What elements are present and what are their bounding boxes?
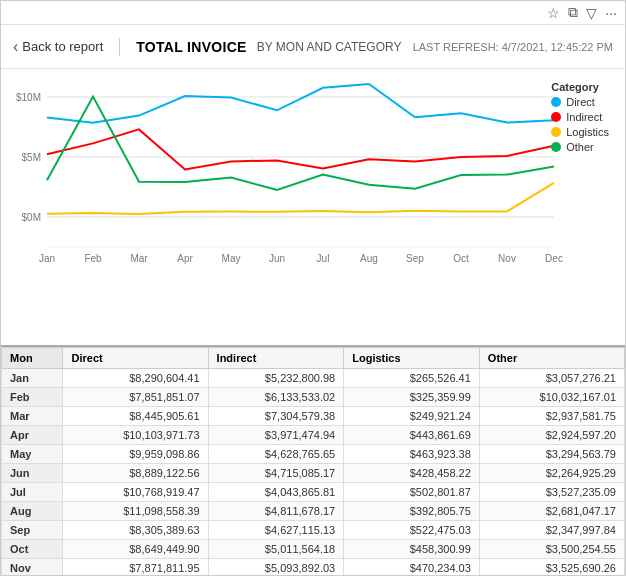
cell-3-4: $2,924,597.20	[479, 426, 624, 445]
svg-text:May: May	[222, 253, 241, 264]
page-title: TOTAL INVOICE	[136, 39, 246, 55]
other-line	[47, 97, 554, 190]
cell-10-3: $470,234.03	[344, 559, 480, 576]
chart-area: $10M $5M $0M Jan Feb Mar Apr May Jun Jul…	[1, 69, 625, 345]
back-button[interactable]: ‹ Back to report	[13, 38, 120, 56]
last-refresh: LAST REFRESH: 4/7/2021, 12:45:22 PM	[413, 41, 613, 53]
legend-other-label: Other	[566, 141, 594, 153]
cell-6-3: $502,801.87	[344, 483, 480, 502]
cell-2-1: $8,445,905.61	[63, 407, 208, 426]
svg-text:Oct: Oct	[453, 253, 469, 264]
legend-other: Other	[551, 141, 609, 153]
cell-7-0: Aug	[2, 502, 63, 521]
table-row: Jan$8,290,604.41$5,232,800.98$265,526.41…	[2, 369, 625, 388]
cell-2-3: $249,921.24	[344, 407, 480, 426]
data-table-area[interactable]: Mon Direct Indirect Logistics Other Jan$…	[1, 345, 625, 575]
cell-0-3: $265,526.41	[344, 369, 480, 388]
cell-7-3: $392,805.75	[344, 502, 480, 521]
col-logistics: Logistics	[344, 348, 480, 369]
cell-1-4: $10,032,167.01	[479, 388, 624, 407]
svg-text:Feb: Feb	[84, 253, 102, 264]
legend-indirect-label: Indirect	[566, 111, 602, 123]
legend-logistics-label: Logistics	[566, 126, 609, 138]
table-row: Jul$10,768,919.47$4,043,865.81$502,801.8…	[2, 483, 625, 502]
cell-5-1: $8,889,122.56	[63, 464, 208, 483]
svg-text:Mar: Mar	[130, 253, 148, 264]
cell-3-3: $443,861.69	[344, 426, 480, 445]
cell-0-0: Jan	[2, 369, 63, 388]
svg-text:Sep: Sep	[406, 253, 424, 264]
cell-2-4: $2,937,581.75	[479, 407, 624, 426]
col-direct: Direct	[63, 348, 208, 369]
cell-9-1: $8,649,449.90	[63, 540, 208, 559]
cell-8-1: $8,305,389.63	[63, 521, 208, 540]
cell-2-0: Mar	[2, 407, 63, 426]
cell-1-0: Feb	[2, 388, 63, 407]
main-container: ☆ ⧉ ▽ ··· ‹ Back to report TOTAL INVOICE…	[0, 0, 626, 576]
cell-3-2: $3,971,474.94	[208, 426, 344, 445]
logistics-line	[47, 183, 554, 214]
other-dot	[551, 142, 561, 152]
table-row: Oct$8,649,449.90$5,011,564.18$458,300.99…	[2, 540, 625, 559]
header: ‹ Back to report TOTAL INVOICE BY MON AN…	[1, 25, 625, 69]
cell-8-2: $4,627,115.13	[208, 521, 344, 540]
legend: Category Direct Indirect Logistics Other	[551, 81, 609, 153]
copy-icon[interactable]: ⧉	[568, 4, 578, 21]
cell-9-2: $5,011,564.18	[208, 540, 344, 559]
cell-5-2: $4,715,085.17	[208, 464, 344, 483]
indirect-line	[47, 129, 554, 169]
filter-icon[interactable]: ▽	[586, 5, 597, 21]
svg-text:Nov: Nov	[498, 253, 516, 264]
table-row: Apr$10,103,971.73$3,971,474.94$443,861.6…	[2, 426, 625, 445]
legend-indirect: Indirect	[551, 111, 609, 123]
indirect-dot	[551, 112, 561, 122]
cell-4-0: May	[2, 445, 63, 464]
svg-text:Aug: Aug	[360, 253, 378, 264]
legend-logistics: Logistics	[551, 126, 609, 138]
table-row: Nov$7,871,811.95$5,093,892.03$470,234.03…	[2, 559, 625, 576]
svg-text:$5M: $5M	[22, 152, 41, 163]
logistics-dot	[551, 127, 561, 137]
cell-8-4: $2,347,997.84	[479, 521, 624, 540]
table-row: Feb$7,851,851.07$6,133,533.02$325,359.99…	[2, 388, 625, 407]
table-row: Mar$8,445,905.61$7,304,579.38$249,921.24…	[2, 407, 625, 426]
svg-text:$10M: $10M	[16, 92, 41, 103]
cell-5-0: Jun	[2, 464, 63, 483]
cell-9-4: $3,500,254.55	[479, 540, 624, 559]
cell-8-0: Sep	[2, 521, 63, 540]
cell-4-3: $463,923.38	[344, 445, 480, 464]
cell-7-4: $2,681,047.17	[479, 502, 624, 521]
table-row: May$9,959,098.86$4,628,765.65$463,923.38…	[2, 445, 625, 464]
cell-10-0: Nov	[2, 559, 63, 576]
cell-0-4: $3,057,276.21	[479, 369, 624, 388]
cell-6-4: $3,527,235.09	[479, 483, 624, 502]
cell-4-1: $9,959,098.86	[63, 445, 208, 464]
col-mon: Mon	[2, 348, 63, 369]
svg-text:Jul: Jul	[317, 253, 330, 264]
more-icon[interactable]: ···	[605, 5, 617, 21]
cell-2-2: $7,304,579.38	[208, 407, 344, 426]
table-header-row: Mon Direct Indirect Logistics Other	[2, 348, 625, 369]
table-row: Aug$11,098,558.39$4,811,678.17$392,805.7…	[2, 502, 625, 521]
cell-6-2: $4,043,865.81	[208, 483, 344, 502]
bookmark-icon[interactable]: ☆	[547, 5, 560, 21]
table-row: Sep$8,305,389.63$4,627,115.13$522,475.03…	[2, 521, 625, 540]
direct-line	[47, 84, 554, 123]
table-row: Jun$8,889,122.56$4,715,085.17$428,458.22…	[2, 464, 625, 483]
svg-text:$0M: $0M	[22, 212, 41, 223]
svg-text:Jan: Jan	[39, 253, 55, 264]
cell-1-2: $6,133,533.02	[208, 388, 344, 407]
cell-10-2: $5,093,892.03	[208, 559, 344, 576]
cell-4-4: $3,294,563.79	[479, 445, 624, 464]
cell-5-3: $428,458.22	[344, 464, 480, 483]
back-label: Back to report	[22, 39, 103, 54]
svg-text:Apr: Apr	[177, 253, 193, 264]
line-chart: $10M $5M $0M Jan Feb Mar Apr May Jun Jul…	[9, 77, 569, 272]
cell-4-2: $4,628,765.65	[208, 445, 344, 464]
cell-10-4: $3,525,690.26	[479, 559, 624, 576]
cell-7-1: $11,098,558.39	[63, 502, 208, 521]
legend-direct: Direct	[551, 96, 609, 108]
col-other: Other	[479, 348, 624, 369]
cell-1-1: $7,851,851.07	[63, 388, 208, 407]
cell-7-2: $4,811,678.17	[208, 502, 344, 521]
